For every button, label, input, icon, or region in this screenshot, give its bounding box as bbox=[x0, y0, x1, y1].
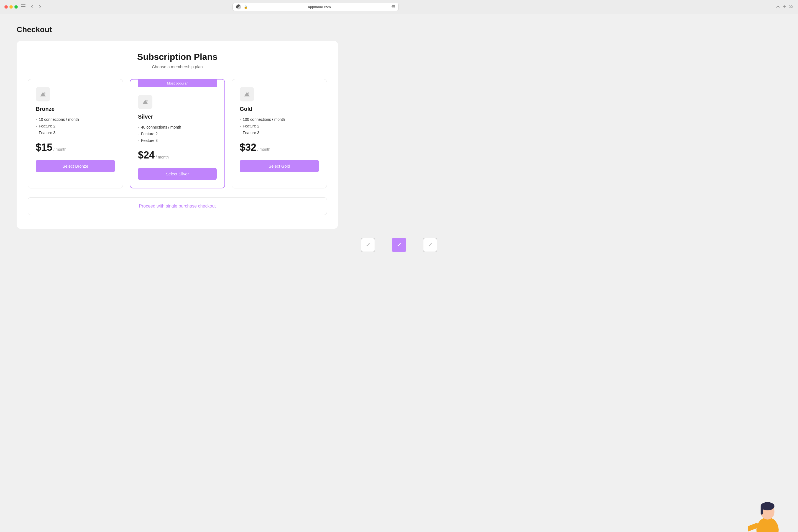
forward-button[interactable] bbox=[38, 4, 42, 10]
bronze-icon-wrapper bbox=[36, 87, 50, 101]
gold-feature-3: Feature 3 bbox=[240, 129, 319, 136]
gold-plan-card: Gold 100 connections / month Feature 2 F… bbox=[232, 79, 327, 188]
silver-price: $24 / month bbox=[138, 149, 217, 161]
gold-price-period: / month bbox=[258, 147, 270, 152]
select-bronze-button[interactable]: Select Bronze bbox=[36, 160, 115, 172]
single-purchase-link[interactable]: Proceed with single purchase checkout bbox=[28, 197, 327, 215]
plans-grid: Bronze 10 connections / month Feature 2 … bbox=[28, 79, 327, 188]
select-silver-button[interactable]: Select Silver bbox=[138, 168, 217, 180]
checkbox-2-checkmark: ✓ bbox=[397, 242, 401, 248]
svg-rect-16 bbox=[761, 506, 763, 515]
bronze-plan-name: Bronze bbox=[36, 106, 115, 112]
svg-rect-1 bbox=[21, 6, 25, 7]
silver-price-amount: $24 bbox=[138, 149, 155, 161]
gold-icon-wrapper bbox=[240, 87, 254, 101]
select-gold-button[interactable]: Select Gold bbox=[240, 160, 319, 172]
page-content: Checkout Subscription Plans Choose a mem… bbox=[0, 14, 798, 532]
bronze-feature-3: Feature 3 bbox=[36, 129, 115, 136]
bronze-feature-2: Feature 2 bbox=[36, 123, 115, 129]
most-popular-badge: Most popular bbox=[138, 79, 217, 87]
gold-price: $32 / month bbox=[240, 141, 319, 153]
silver-price-period: / month bbox=[156, 155, 169, 159]
bronze-price-amount: $15 bbox=[36, 141, 52, 153]
bottom-checkboxes: ✓ ✓ ✓ bbox=[17, 238, 781, 252]
silver-feature-3: Feature 3 bbox=[138, 137, 217, 144]
svg-point-8 bbox=[44, 92, 45, 94]
silver-feature-2: Feature 2 bbox=[138, 131, 217, 137]
svg-rect-0 bbox=[21, 4, 25, 5]
svg-rect-2 bbox=[21, 8, 25, 8]
main-card: Subscription Plans Choose a membership p… bbox=[17, 41, 338, 229]
silver-features: 40 connections / month Feature 2 Feature… bbox=[138, 124, 217, 144]
gold-features: 100 connections / month Feature 2 Featur… bbox=[240, 116, 319, 136]
character-illustration bbox=[748, 490, 787, 532]
reload-button[interactable] bbox=[391, 5, 395, 10]
minimize-traffic-light[interactable] bbox=[10, 5, 13, 8]
sidebar-toggle-button[interactable] bbox=[21, 4, 25, 10]
gold-mountain-icon bbox=[243, 91, 251, 97]
checkbox-3[interactable]: ✓ bbox=[423, 238, 437, 252]
svg-point-12 bbox=[248, 92, 249, 94]
gold-feature-2: Feature 2 bbox=[240, 123, 319, 129]
gold-plan-name: Gold bbox=[240, 106, 319, 112]
plans-subtitle: Choose a membership plan bbox=[28, 64, 327, 69]
svg-rect-3 bbox=[790, 5, 791, 6]
gold-feature-connections: 100 connections / month bbox=[240, 116, 319, 123]
url-text: appname.com bbox=[249, 5, 390, 9]
plans-title: Subscription Plans bbox=[28, 52, 327, 62]
silver-icon-wrapper bbox=[138, 95, 152, 109]
silver-mountain-icon bbox=[141, 99, 149, 105]
svg-rect-6 bbox=[792, 7, 793, 8]
bronze-mountain-icon bbox=[39, 91, 47, 97]
checkbox-2[interactable]: ✓ bbox=[392, 238, 406, 252]
traffic-lights bbox=[4, 5, 18, 8]
download-button[interactable] bbox=[776, 4, 780, 10]
bronze-plan-card: Bronze 10 connections / month Feature 2 … bbox=[28, 79, 123, 188]
svg-rect-4 bbox=[792, 5, 793, 6]
bronze-price-period: / month bbox=[54, 147, 66, 152]
browser-chrome: 🔒 appname.com bbox=[0, 0, 798, 14]
checkbox-3-checkmark: ✓ bbox=[428, 242, 433, 248]
new-tab-button[interactable] bbox=[782, 4, 787, 10]
silver-feature-connections: 40 connections / month bbox=[138, 124, 217, 131]
fullscreen-traffic-light[interactable] bbox=[14, 5, 18, 8]
bronze-price: $15 / month bbox=[36, 141, 115, 153]
close-traffic-light[interactable] bbox=[4, 5, 8, 8]
address-bar[interactable]: 🔒 appname.com bbox=[232, 3, 399, 11]
browser-actions bbox=[776, 4, 794, 10]
silver-plan-card: Most popular Silver 40 connections / mon… bbox=[130, 79, 225, 188]
bronze-feature-connections: 10 connections / month bbox=[36, 116, 115, 123]
checkbox-1[interactable]: ✓ bbox=[361, 238, 375, 252]
checkbox-1-checkmark: ✓ bbox=[366, 242, 370, 248]
svg-rect-5 bbox=[790, 7, 791, 8]
silver-plan-name: Silver bbox=[138, 114, 217, 120]
page-title: Checkout bbox=[17, 25, 781, 34]
tabs-button[interactable] bbox=[789, 4, 794, 10]
bronze-features: 10 connections / month Feature 2 Feature… bbox=[36, 116, 115, 136]
privacy-icon bbox=[236, 4, 241, 10]
plans-header: Subscription Plans Choose a membership p… bbox=[28, 52, 327, 69]
lock-icon: 🔒 bbox=[244, 5, 248, 9]
gold-price-amount: $32 bbox=[240, 141, 256, 153]
back-button[interactable] bbox=[30, 4, 34, 10]
svg-point-10 bbox=[146, 100, 148, 102]
